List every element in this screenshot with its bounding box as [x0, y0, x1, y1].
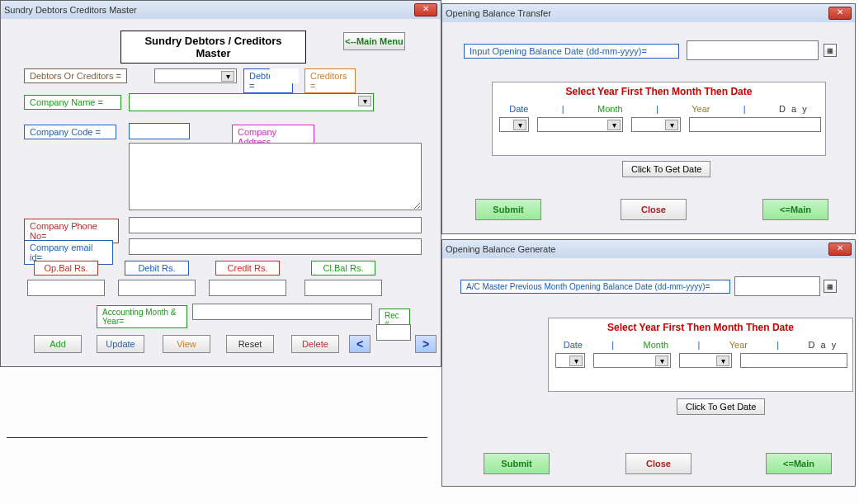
- acct-month-year-label: Accounting Month & Year=: [97, 305, 187, 328]
- col-year: Year: [691, 104, 710, 114]
- main-menu-button[interactable]: <--Main Menu: [343, 32, 405, 50]
- opbal-field[interactable]: [27, 280, 105, 296]
- generate-year-select[interactable]: [679, 353, 732, 368]
- col-date: Date: [564, 340, 583, 350]
- generate-month-select[interactable]: [593, 353, 671, 368]
- opbal-label: Op.Bal Rs.: [34, 261, 98, 276]
- transfer-date-group: Select Year First Then Month Then Date D…: [492, 82, 826, 156]
- debtors-creditors-label: Debtors Or Creditors =: [24, 68, 127, 83]
- acct-month-year-field[interactable]: [192, 304, 372, 320]
- generate-main-button[interactable]: <=Main: [766, 453, 832, 474]
- transfer-main-button[interactable]: <=Main: [762, 199, 828, 220]
- add-button[interactable]: Add: [34, 335, 82, 353]
- company-code-field[interactable]: [129, 123, 190, 139]
- transfer-select-head: Select Year First Then Month Then Date: [493, 82, 825, 101]
- transfer-day-field[interactable]: [689, 117, 821, 132]
- master-title: Sundry Debtors Creditors Master: [4, 5, 414, 15]
- transfer-date-select[interactable]: [499, 117, 529, 132]
- transfer-getdate-button[interactable]: Click To Get Date: [622, 161, 710, 177]
- credit-field[interactable]: [209, 280, 286, 296]
- close-icon[interactable]: ✕: [828, 243, 852, 256]
- generate-close-button[interactable]: Close: [625, 453, 691, 474]
- debit-field[interactable]: [118, 280, 196, 296]
- transfer-input-label: Input Opening Balance Date (dd-mm-yyyy)=: [464, 44, 679, 59]
- delete-button[interactable]: Delete: [291, 335, 339, 353]
- generate-titlebar: Opening Balance Generate ✕: [442, 240, 855, 258]
- generate-window: Opening Balance Generate ✕ A/C Master Pr…: [441, 239, 856, 487]
- generate-date-field[interactable]: [734, 276, 820, 296]
- generate-input-label: A/C Master Previous Month Opening Balanc…: [460, 280, 730, 294]
- rec-field[interactable]: [376, 324, 411, 341]
- col-month: Month: [597, 104, 623, 114]
- generate-submit-button[interactable]: Submit: [484, 453, 550, 474]
- divider: [7, 437, 427, 438]
- col-date: Date: [509, 104, 528, 114]
- generate-day-field[interactable]: [740, 353, 847, 368]
- company-name-label: Company Name =: [24, 95, 121, 110]
- transfer-titlebar: Opening Balance Transfer ✕: [442, 4, 855, 22]
- transfer-date-field[interactable]: [687, 40, 819, 60]
- update-button[interactable]: Update: [97, 335, 144, 353]
- transfer-title: Opening Balance Transfer: [446, 8, 828, 18]
- transfer-close-button[interactable]: Close: [621, 199, 687, 220]
- next-button[interactable]: >: [415, 335, 437, 353]
- clbal-label: Cl.Bal Rs.: [311, 261, 375, 276]
- master-titlebar: Sundry Debtors Creditors Master ✕: [1, 1, 441, 19]
- generate-getdate-button[interactable]: Click To Get Date: [677, 398, 765, 415]
- close-icon[interactable]: ✕: [828, 7, 852, 20]
- company-address-field[interactable]: [129, 143, 422, 210]
- transfer-year-select[interactable]: [631, 117, 681, 132]
- company-code-label: Company Code =: [24, 125, 116, 139]
- generate-date-group: Select Year First Then Month Then Date D…: [548, 318, 853, 392]
- col-year: Year: [729, 340, 748, 350]
- col-day: D a y: [809, 340, 838, 350]
- generate-select-head: Select Year First Then Month Then Date: [549, 318, 852, 337]
- master-window: Sundry Debtors Creditors Master ✕ Sundry…: [0, 0, 441, 367]
- col-month: Month: [644, 340, 669, 350]
- close-icon[interactable]: ✕: [414, 3, 437, 16]
- transfer-window: Opening Balance Transfer ✕ Input Opening…: [441, 3, 856, 234]
- reset-button[interactable]: Reset: [226, 335, 274, 353]
- debtors-field[interactable]: [270, 68, 299, 83]
- generate-date-select[interactable]: [555, 353, 585, 368]
- calendar-icon[interactable]: ▦: [824, 44, 837, 57]
- calendar-icon[interactable]: ▦: [824, 280, 837, 293]
- debit-label: Debit Rs.: [125, 261, 189, 276]
- company-phone-field[interactable]: [129, 217, 422, 233]
- prev-button[interactable]: <: [349, 335, 371, 353]
- debtors-creditors-select[interactable]: [154, 68, 237, 83]
- generate-title: Opening Balance Generate: [446, 244, 828, 254]
- transfer-month-select[interactable]: [537, 117, 623, 132]
- page-title: Sundry Debtors / Creditors Master: [120, 31, 306, 64]
- view-button[interactable]: View: [163, 335, 210, 353]
- company-name-select[interactable]: [129, 93, 374, 111]
- col-day: D a y: [779, 104, 809, 114]
- company-email-field[interactable]: [129, 238, 422, 255]
- creditors-eq-label: Creditors =: [304, 68, 356, 93]
- transfer-submit-button[interactable]: Submit: [475, 199, 541, 220]
- credit-label: Credit Rs.: [215, 261, 280, 276]
- clbal-field[interactable]: [304, 280, 382, 296]
